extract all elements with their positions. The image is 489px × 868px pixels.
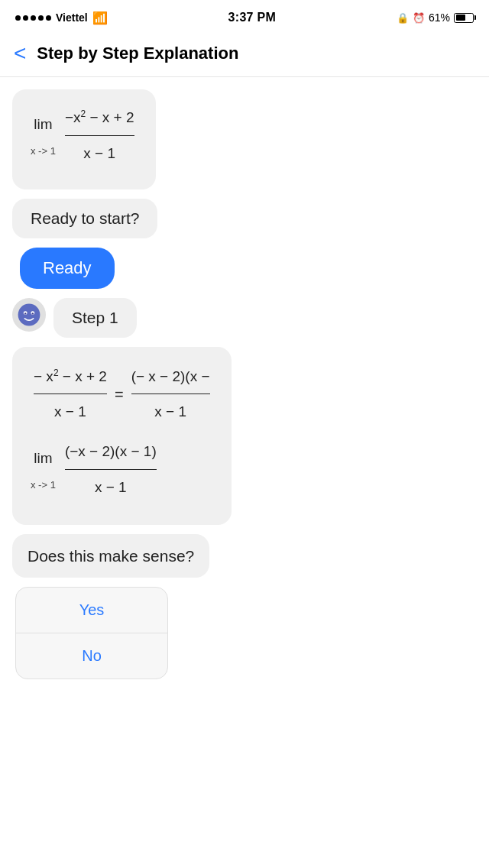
signal-dots <box>15 15 51 21</box>
bot-avatar <box>12 298 46 332</box>
svg-point-3 <box>24 313 26 314</box>
question-bubble: Does this make sense? <box>12 534 209 578</box>
nav-header: < Step by Step Explanation <box>0 34 489 77</box>
no-button[interactable]: No <box>16 633 167 679</box>
top-fraction: −x2 − x + 2 x − 1 <box>65 102 134 170</box>
ready-button[interactable]: Ready <box>20 248 115 289</box>
question-text: Does this make sense? <box>28 547 194 565</box>
lim-block-top: lim x -> 1 <box>31 108 56 162</box>
status-right: 🔒 ⏰ 61% <box>397 11 474 24</box>
bot-avatar-icon <box>17 303 41 327</box>
step1-label: Step 1 <box>72 309 118 326</box>
yes-no-group: Yes No <box>15 587 168 679</box>
chat-area: lim x -> 1 −x2 − x + 2 x − 1 Ready to st… <box>0 77 489 698</box>
time-display: 3:37 PM <box>228 11 277 24</box>
battery-icon <box>454 13 474 23</box>
step1-equation-row: − x2 − x + 2 x − 1 = (− x − 2)(x − x − 1 <box>31 361 213 429</box>
step1-lim-row: lim x -> 1 (−x − 2)(x − 1) x − 1 <box>31 436 213 504</box>
step1-left-fraction: − x2 − x + 2 x − 1 <box>34 361 107 429</box>
status-left: Viettel 📶 <box>15 11 108 25</box>
wifi-icon: 📶 <box>92 11 108 25</box>
ready-to-start-text: Ready to start? <box>31 209 139 227</box>
step1-lim-fraction: (−x − 2)(x − 1) x − 1 <box>65 436 157 504</box>
svg-point-4 <box>32 313 34 314</box>
bot-step1-row: Step 1 <box>12 298 477 338</box>
step1-right-fraction: (− x − 2)(x − x − 1 <box>131 361 210 429</box>
battery-percent: 61% <box>429 11 450 24</box>
step1-bubble: Step 1 <box>53 298 137 338</box>
alarm-icon: ⏰ <box>413 12 425 24</box>
step1-math-bubble: − x2 − x + 2 x − 1 = (− x − 2)(x − x − 1… <box>12 347 232 525</box>
lock-icon: 🔒 <box>397 12 409 24</box>
status-bar: Viettel 📶 3:37 PM 🔒 ⏰ 61% <box>0 0 489 34</box>
page-title: Step by Step Explanation <box>37 44 238 63</box>
carrier-label: Viettel <box>56 11 88 24</box>
top-formula-bubble: lim x -> 1 −x2 − x + 2 x − 1 <box>12 89 156 189</box>
top-formula-math: lim x -> 1 −x2 − x + 2 x − 1 <box>31 102 138 170</box>
yes-button[interactable]: Yes <box>16 588 167 633</box>
back-button[interactable]: < <box>9 40 31 67</box>
lim-block-step1: lim x -> 1 <box>31 442 56 496</box>
ready-to-start-bubble: Ready to start? <box>12 199 157 238</box>
svg-point-0 <box>18 303 40 326</box>
